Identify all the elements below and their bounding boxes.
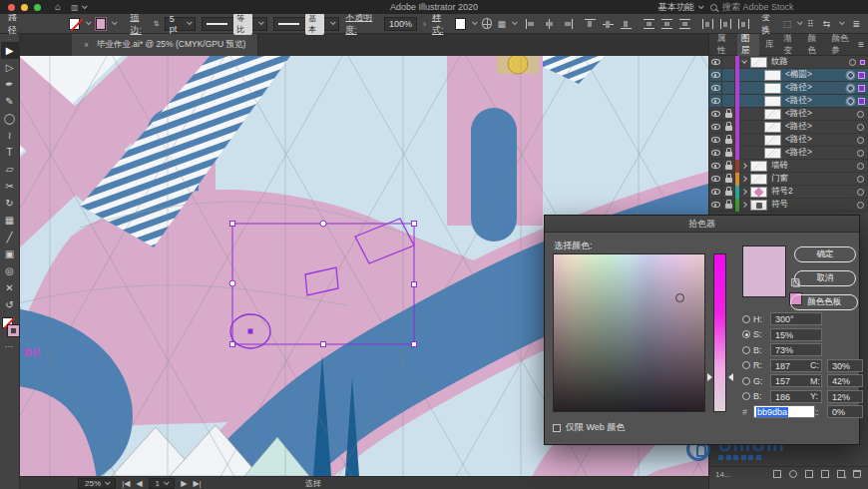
layer-row[interactable]: 门窗: [709, 173, 868, 186]
layer-row[interactable]: <路径>: [709, 147, 868, 160]
stroke-link[interactable]: 描边:: [130, 11, 147, 37]
visibility-toggle[interactable]: [709, 186, 722, 199]
radio-button[interactable]: [742, 330, 750, 338]
visibility-toggle[interactable]: [709, 82, 722, 95]
layer-thumbnail[interactable]: [750, 174, 767, 185]
distribute-left-icon[interactable]: [702, 19, 713, 29]
dialog-title[interactable]: 拾色器: [545, 216, 859, 233]
radio-button[interactable]: [742, 392, 750, 400]
layer-row[interactable]: <路径>: [709, 134, 868, 147]
web-colors-checkbox-row[interactable]: 仅限 Web 颜色: [553, 421, 625, 434]
layer-row[interactable]: 墙砖: [709, 160, 868, 173]
layer-name[interactable]: <路径>: [785, 82, 847, 94]
lock-toggle[interactable]: [722, 199, 735, 212]
panel-menu-icon[interactable]: ≡: [858, 39, 864, 50]
expand-toggle[interactable]: [739, 95, 750, 108]
lock-toggle[interactable]: [722, 134, 735, 147]
lock-toggle[interactable]: [722, 108, 735, 121]
layer-row[interactable]: <路径>: [709, 82, 868, 95]
layer-row[interactable]: <路径>: [709, 121, 868, 134]
layer-name[interactable]: 纹路: [771, 56, 849, 68]
target-circle[interactable]: [857, 111, 864, 118]
opacity-expand-icon[interactable]: ›: [423, 19, 426, 29]
layer-name[interactable]: <路径>: [785, 108, 857, 120]
layer-name[interactable]: 墙砖: [771, 160, 857, 172]
rotate-view-tool[interactable]: ↺: [1, 296, 19, 313]
visibility-toggle[interactable]: [709, 69, 722, 82]
brush-definition[interactable]: 基本: [273, 17, 339, 31]
visibility-toggle[interactable]: [709, 121, 722, 134]
align-left-icon[interactable]: [526, 19, 537, 29]
hex-input[interactable]: bb9dba: [753, 405, 815, 418]
style-link[interactable]: 样式:: [432, 11, 449, 37]
visibility-toggle[interactable]: [709, 95, 722, 108]
gradient-tool[interactable]: ▦: [1, 212, 19, 229]
target-circle[interactable]: [847, 72, 854, 79]
radio-button[interactable]: [742, 315, 750, 323]
lock-toggle[interactable]: [722, 160, 735, 173]
cancel-button[interactable]: 取消: [794, 270, 856, 286]
expand-toggle[interactable]: [739, 173, 750, 186]
visibility-toggle[interactable]: [709, 160, 722, 173]
expand-toggle[interactable]: [739, 147, 750, 160]
edit-toolbar-icon[interactable]: …: [5, 339, 15, 349]
layer-thumbnail[interactable]: [764, 83, 781, 94]
visibility-toggle[interactable]: [709, 134, 722, 147]
layer-thumbnail[interactable]: [764, 122, 781, 133]
ok-button[interactable]: 确定: [794, 246, 856, 262]
field-input[interactable]: 12%: [827, 390, 863, 403]
touch-workspace-icon[interactable]: ⠿: [807, 19, 814, 29]
document-tab[interactable]: × 毕业作业.ai* @ 25% (CMYK/GPU 预览): [72, 34, 258, 56]
grid-options-icon[interactable]: ▦: [498, 19, 507, 29]
radio-button[interactable]: [742, 361, 750, 369]
field-input[interactable]: 30%: [827, 359, 863, 372]
layer-name[interactable]: <路径>: [785, 95, 847, 107]
field-input[interactable]: 42%: [827, 374, 863, 387]
stock-search-input[interactable]: 搜索 Adobe Stock: [710, 1, 860, 14]
panel-menu-icon[interactable]: ≣: [852, 19, 860, 29]
layer-row[interactable]: 纹路: [709, 56, 868, 69]
free-transform-tool[interactable]: ▱: [1, 161, 19, 178]
scissors-tool[interactable]: ✂: [1, 178, 19, 195]
isolate-selection-icon[interactable]: ⬚: [782, 19, 791, 29]
layer-thumbnail[interactable]: [764, 148, 781, 159]
align-v-middle-icon[interactable]: [603, 19, 614, 29]
paintbrush-tool[interactable]: ≀: [1, 127, 19, 144]
field-input[interactable]: 300°: [770, 312, 822, 325]
stroke-stepper[interactable]: ⇅: [154, 20, 159, 28]
expand-toggle[interactable]: [739, 160, 750, 173]
pen-tool[interactable]: ✒: [1, 76, 19, 93]
distribute-v-center-icon[interactable]: [661, 19, 672, 29]
align-h-center-icon[interactable]: [544, 19, 555, 29]
layer-thumbnail[interactable]: [764, 135, 781, 146]
close-document-icon[interactable]: ×: [84, 40, 89, 50]
visibility-toggle[interactable]: [709, 173, 722, 186]
color-field-marker[interactable]: [675, 293, 684, 302]
lock-toggle[interactable]: [722, 173, 735, 186]
target-circle[interactable]: [857, 124, 864, 131]
workspace-switcher[interactable]: 基本功能: [658, 1, 702, 14]
zoom-tool[interactable]: ◎: [1, 262, 19, 279]
expand-toggle[interactable]: [739, 82, 750, 95]
expand-toggle[interactable]: [739, 69, 750, 82]
expand-toggle[interactable]: [739, 108, 750, 121]
eyedropper-tool[interactable]: ╱: [1, 229, 19, 245]
layer-thumbnail[interactable]: [764, 109, 781, 120]
last-artboard-button[interactable]: ▶|: [193, 479, 201, 488]
layer-thumbnail[interactable]: [750, 187, 767, 198]
expand-toggle[interactable]: [739, 121, 750, 134]
slider-arrow-left-icon[interactable]: [707, 373, 712, 381]
fill-swatch[interactable]: [69, 18, 79, 30]
field-input[interactable]: 0%: [827, 405, 863, 418]
layer-thumbnail[interactable]: [750, 200, 767, 211]
target-circle[interactable]: [857, 176, 864, 183]
layer-name[interactable]: <路径>: [785, 147, 857, 159]
target-circle[interactable]: [847, 98, 854, 105]
target-circle[interactable]: [857, 189, 864, 196]
type-tool[interactable]: T: [1, 144, 19, 161]
document-setup-icon[interactable]: [482, 18, 492, 29]
lock-toggle[interactable]: [722, 56, 735, 69]
fill-stroke-indicator[interactable]: [2, 317, 18, 333]
expand-toggle[interactable]: [739, 199, 750, 212]
target-circle[interactable]: [857, 150, 864, 157]
